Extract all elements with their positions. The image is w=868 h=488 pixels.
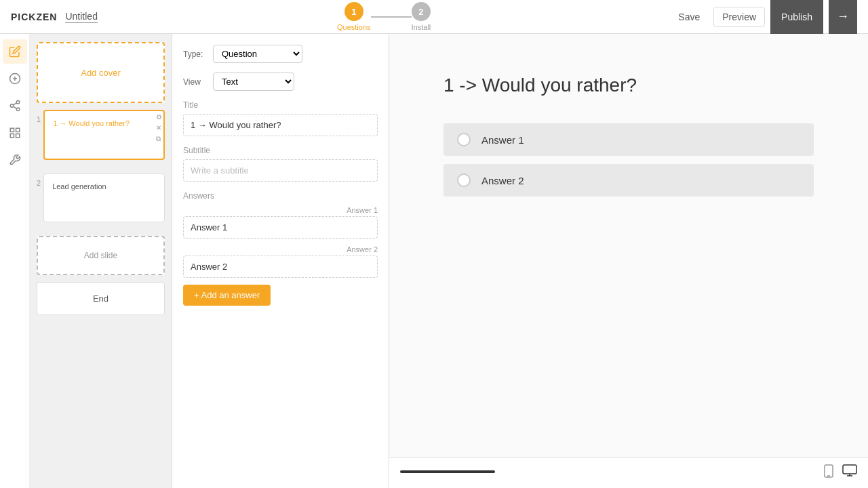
- step-connector: [371, 16, 412, 18]
- grid-icon-button[interactable]: [3, 121, 27, 145]
- topbar: PICKZEN Untitled 1 Questions 2 Install S…: [0, 0, 868, 34]
- subtitle-input[interactable]: [183, 159, 378, 182]
- answer-2-block: Answer 2: [183, 245, 378, 278]
- svg-rect-11: [843, 465, 856, 474]
- preview-button[interactable]: Preview: [713, 7, 765, 27]
- edit-icon-button[interactable]: [3, 39, 27, 64]
- cover-label: Add cover: [81, 68, 121, 78]
- topbar-actions: Save Preview Publish →: [670, 0, 857, 34]
- step-1-label: Questions: [337, 23, 371, 31]
- preview-answer-2: Answer 2: [443, 164, 814, 197]
- step-2-label: Install: [412, 23, 431, 31]
- edit-panel: Type: Question Text Lead generation View…: [172, 34, 389, 488]
- add-answer-button[interactable]: + Add an answer: [183, 285, 271, 306]
- svg-point-0: [16, 101, 20, 104]
- preview-question: 1 -> Would you rather?: [443, 75, 814, 96]
- svg-point-2: [16, 108, 20, 111]
- slide-settings-icon[interactable]: ⚙: [156, 113, 162, 122]
- answer-2-text: Answer 2: [481, 175, 524, 186]
- add-slide-card[interactable]: Add slide: [37, 236, 165, 275]
- svg-rect-8: [10, 134, 14, 138]
- type-select[interactable]: Question Text Lead generation: [213, 45, 302, 63]
- subtitle-section-label: Subtitle: [183, 146, 378, 155]
- answer-2-input[interactable]: [183, 256, 378, 278]
- main-content: Add cover 1 1 → Would you rather? ⚙ ✕ ⧉ …: [0, 34, 868, 488]
- progress-bar: [400, 470, 495, 473]
- steps-indicator: 1 Questions 2 Install: [337, 2, 431, 31]
- share-button[interactable]: →: [829, 0, 857, 34]
- slide-1-content: 1 → Would you rather?: [53, 119, 155, 127]
- preview-answer-1: Answer 1: [443, 123, 814, 156]
- type-label: Type:: [183, 49, 205, 59]
- answer-1-radio: [457, 133, 471, 146]
- slide-1-card[interactable]: 1 → Would you rather?: [43, 110, 165, 160]
- svg-line-3: [13, 106, 16, 108]
- answer-1-block: Answer 1: [183, 206, 378, 239]
- end-label: End: [93, 293, 108, 304]
- title-section-label: Title: [183, 100, 378, 110]
- preview-content: 1 -> Would you rather? Answer 1 Answer 2: [389, 34, 868, 457]
- slide-2-card[interactable]: Lead generation: [43, 174, 165, 222]
- type-row: Type: Question Text Lead generation: [183, 45, 378, 63]
- view-label: View: [183, 77, 205, 87]
- end-card[interactable]: End: [37, 282, 165, 315]
- brand-logo: PICKZEN: [11, 12, 57, 22]
- document-title[interactable]: Untitled: [65, 11, 97, 23]
- preview-panel: 1 -> Would you rather? Answer 1 Answer 2: [389, 34, 868, 488]
- share-icon-button[interactable]: [3, 94, 27, 118]
- view-select[interactable]: Text Image Video: [213, 73, 294, 91]
- icon-sidebar: [0, 34, 30, 488]
- answer-2-radio: [457, 174, 471, 187]
- answers-label: Answers: [183, 191, 378, 201]
- save-button[interactable]: Save: [670, 7, 708, 26]
- slide-copy-icon[interactable]: ⧉: [156, 134, 162, 144]
- svg-rect-5: [10, 128, 14, 131]
- publish-button[interactable]: Publish: [770, 0, 823, 34]
- cover-slide[interactable]: Add cover: [37, 42, 165, 103]
- settings-icon-button[interactable]: [3, 148, 27, 172]
- add-slide-label: Add slide: [38, 237, 163, 274]
- desktop-icon[interactable]: [842, 464, 857, 481]
- svg-line-4: [13, 103, 16, 105]
- svg-point-1: [10, 104, 14, 108]
- mobile-icon[interactable]: [823, 464, 834, 481]
- slide-panel: Add cover 1 1 → Would you rather? ⚙ ✕ ⧉ …: [30, 34, 172, 488]
- svg-rect-6: [16, 128, 19, 131]
- answer-1-input[interactable]: [183, 216, 378, 239]
- answer-2-num: Answer 2: [183, 245, 378, 253]
- answer-1-text: Answer 1: [481, 134, 524, 146]
- title-input[interactable]: [183, 114, 378, 136]
- step-2-circle[interactable]: 2: [412, 2, 431, 21]
- slide-1-actions: ⚙ ✕ ⧉: [156, 113, 162, 144]
- answer-1-num: Answer 1: [183, 206, 378, 214]
- slide-2-content: Lead generation: [52, 182, 156, 190]
- step-1-circle[interactable]: 1: [344, 2, 363, 21]
- preview-footer: [389, 457, 868, 488]
- view-row: View Text Image Video: [183, 73, 378, 91]
- slide-delete-icon[interactable]: ✕: [156, 123, 162, 133]
- slide-2-number: 2: [37, 174, 41, 187]
- slide-1-number: 1: [37, 110, 41, 123]
- theme-icon-button[interactable]: [3, 66, 27, 91]
- svg-rect-7: [16, 134, 19, 138]
